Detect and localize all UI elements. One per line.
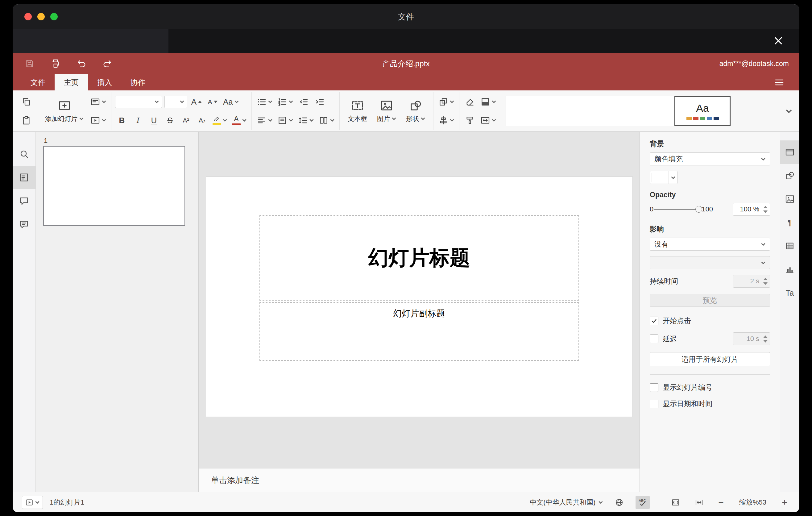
effect-select[interactable]: 没有 [650,238,770,251]
bold-button[interactable]: B [115,112,129,128]
increase-indent-button[interactable] [313,94,326,110]
numbering-button[interactable] [276,94,294,110]
tab-file[interactable]: 文件 [21,74,55,90]
panel-item-slide-settings[interactable] [780,140,799,164]
panel-item-textart-settings[interactable]: Ta [780,281,799,305]
slide-thumbnail-number: 1 [44,137,198,145]
document-language-button[interactable] [612,496,626,509]
show-date-time-checkbox[interactable] [650,400,658,408]
theme-tile-2[interactable] [562,96,618,126]
redo-button[interactable] [101,57,114,70]
panel-item-chart-settings[interactable] [780,258,799,281]
decrease-indent-button[interactable] [297,94,310,110]
theme-tile-1[interactable] [506,96,562,126]
show-slide-number-checkbox[interactable] [650,383,658,392]
strikethrough-button[interactable]: S [163,112,177,128]
start-slideshow-statusbar-button[interactable] [22,496,43,509]
tab-insert[interactable]: 插入 [88,74,121,90]
print-button[interactable] [49,57,62,70]
highlight-color-button[interactable] [211,112,228,128]
spinner-arrows[interactable] [763,333,767,345]
image-settings-icon [785,194,795,204]
theme-swatch [700,117,705,120]
preview-button[interactable]: 预览 [650,294,770,307]
sidebar-item-slides[interactable] [13,166,35,189]
effect-type-select[interactable] [650,256,770,269]
header-menu-button[interactable] [772,76,786,89]
spellcheck-button[interactable]: ABC [636,496,650,509]
columns-button[interactable] [317,112,336,128]
apply-to-all-slides-button[interactable]: 适用于所有幻灯片 [650,352,770,366]
clear-style-button[interactable] [463,94,477,110]
fit-slide-button[interactable] [669,496,683,509]
start-on-click-checkbox[interactable] [650,317,658,325]
font-size-combo[interactable] [165,96,187,108]
sidebar-item-feedback[interactable] [13,212,35,236]
change-case-button[interactable]: Aa [222,94,240,110]
save-button[interactable] [23,57,36,70]
font-color-button[interactable]: A [231,112,248,128]
change-layout-button[interactable] [89,94,107,110]
insert-shape-button[interactable]: 形状 [402,99,430,123]
chevron-down-icon [223,119,227,122]
sidebar-item-comments[interactable] [13,189,35,212]
add-slide-button[interactable]: 添加幻灯片 [41,99,88,123]
undo-button[interactable] [75,57,88,70]
fit-width-button[interactable] [692,496,706,509]
gallery-expand-button[interactable] [781,104,796,118]
copy-style-button[interactable] [463,112,477,128]
italic-button[interactable]: I [131,112,145,128]
background-color-dropdown[interactable] [650,171,677,184]
chat-feedback-icon [19,219,29,230]
slide-canvas[interactable]: 幻灯片标题 幻灯片副标题 [199,132,640,468]
align-shape-button[interactable] [437,112,455,128]
underline-button[interactable]: U [147,112,161,128]
zoom-in-button[interactable]: + [779,497,790,508]
background-fill-select[interactable]: 颜色填充 [650,152,770,165]
arrange-shape-button[interactable] [437,94,455,110]
paste-button[interactable] [20,112,33,128]
font-name-combo[interactable] [115,96,162,108]
slider-handle[interactable] [695,206,702,212]
copy-button[interactable] [20,94,33,110]
sidebar-item-search[interactable] [13,142,35,166]
opacity-slider[interactable] [654,205,701,213]
superscript-button[interactable]: A² [179,112,193,128]
delay-checkbox[interactable] [650,335,658,343]
notes-area[interactable]: 单击添加备注 [199,468,640,492]
title-placeholder[interactable]: 幻灯片标题 [259,215,579,300]
dialog-close-button[interactable] [770,33,786,49]
tab-collaboration[interactable]: 协作 [121,74,154,90]
line-spacing-button[interactable] [297,112,315,128]
horizontal-align-button[interactable] [256,112,274,128]
home-toolbar: 添加幻灯片 [13,90,799,132]
spinner-arrows[interactable] [763,275,767,287]
delay-spinner[interactable]: 10 s [733,333,770,345]
language-selector[interactable]: 中文(中华人民共和国) [530,498,603,507]
opacity-spinner[interactable]: 100 % [733,203,770,216]
zoom-out-button[interactable]: − [716,497,727,508]
insert-image-button[interactable]: 图片 [373,99,401,123]
theme-tile-3[interactable] [618,96,674,126]
slide-size-button[interactable] [479,112,497,128]
shape-fill-button[interactable] [479,94,497,110]
bullets-button[interactable] [256,94,274,110]
increase-font-button[interactable]: A [190,94,203,110]
vertical-align-button[interactable] [276,112,294,128]
subtitle-placeholder[interactable]: 幻灯片副标题 [259,302,579,361]
insert-textbox-button[interactable]: 文本框 [343,99,372,123]
chevron-down-icon [268,100,272,103]
start-slideshow-button[interactable] [89,112,107,128]
spinner-arrows[interactable] [763,203,767,216]
tab-home[interactable]: 主页 [55,74,88,90]
theme-tile-4-selected[interactable]: Aa [674,96,730,126]
panel-item-shape-settings[interactable] [780,164,799,187]
panel-item-image-settings[interactable] [780,187,799,211]
panel-item-table-settings[interactable] [780,234,799,258]
decrease-font-button[interactable]: A [206,94,219,110]
slide-editing-area[interactable]: 幻灯片标题 幻灯片副标题 [206,177,633,417]
subscript-button[interactable]: A₂ [195,112,209,128]
slide-thumbnail-1[interactable] [43,146,185,226]
duration-spinner[interactable]: 2 s [733,275,770,288]
panel-item-paragraph-settings[interactable]: ¶ [780,211,799,234]
